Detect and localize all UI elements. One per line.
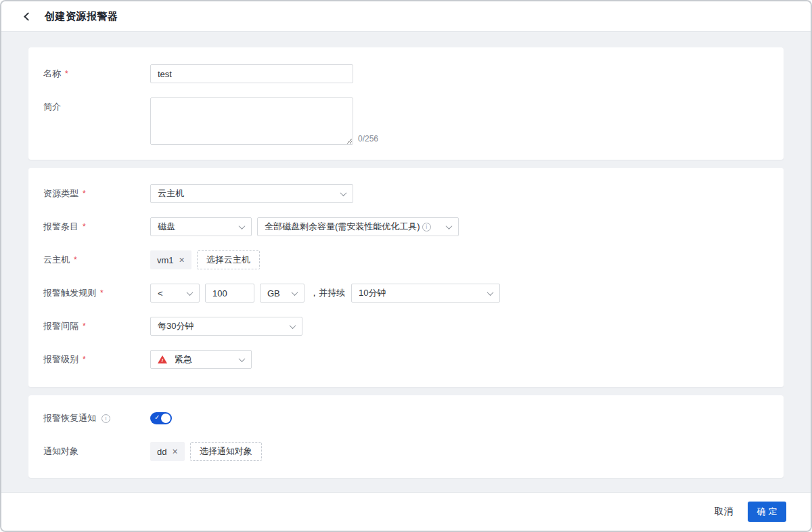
back-button[interactable]: [22, 10, 34, 22]
vm-label: 云主机: [43, 250, 70, 269]
recovery-notify-label: 报警恢复通知: [43, 409, 96, 428]
notification-card: 报警恢复通知 i ✓ 通知对象 dd × 选择通知对象: [28, 395, 784, 478]
required-mark: *: [83, 350, 86, 369]
trigger-rule-row: 报警触发规则 * < GB ，并持续 10分钟: [43, 284, 769, 303]
alarm-item-label: 报警条目: [43, 217, 78, 236]
name-input[interactable]: [150, 64, 353, 83]
recovery-toggle[interactable]: ✓: [150, 412, 172, 424]
info-icon: i: [102, 414, 110, 423]
resource-type-label: 资源类型: [43, 184, 78, 203]
chevron-down-icon: [187, 289, 194, 296]
remove-icon[interactable]: ×: [172, 447, 177, 456]
notify-target-row: 通知对象 dd × 选择通知对象: [43, 442, 769, 461]
chevron-down-icon: [292, 289, 298, 296]
level-select[interactable]: ! 紧急: [150, 350, 252, 369]
page-title: 创建资源报警器: [45, 10, 118, 23]
chevron-down-icon: [340, 190, 347, 196]
alarm-config-card: 资源类型 * 云主机 报警条目 * 磁盘: [28, 168, 784, 387]
alarm-item-category-select[interactable]: 磁盘: [150, 217, 252, 236]
required-mark: *: [100, 284, 104, 303]
notify-target-label: 通知对象: [43, 442, 78, 461]
chevron-down-icon: [290, 322, 296, 329]
chevron-down-icon: [239, 355, 246, 362]
operator-select[interactable]: <: [150, 284, 200, 303]
select-vm-button[interactable]: 选择云主机: [197, 250, 260, 269]
remove-icon[interactable]: ×: [179, 255, 185, 265]
resource-type-row: 资源类型 * 云主机: [43, 184, 769, 203]
interval-row: 报警间隔 * 每30分钟: [43, 317, 769, 336]
create-alarm-window: 创建资源报警器 名称 * 简介 0/256: [0, 0, 812, 532]
duration-select[interactable]: 10分钟: [351, 284, 500, 303]
check-icon: ✓: [154, 414, 160, 421]
unit-select[interactable]: GB: [260, 284, 304, 303]
notify-target-tag: dd ×: [150, 442, 185, 461]
trigger-rule-label: 报警触发规则: [43, 284, 96, 303]
confirm-button[interactable]: 确定: [748, 502, 786, 522]
chevron-down-icon: [446, 223, 453, 229]
name-row: 名称 *: [43, 64, 769, 83]
warning-triangle-icon: !: [158, 355, 167, 363]
page-header: 创建资源报警器: [1, 1, 811, 32]
chevron-left-icon: [24, 12, 32, 21]
description-row: 简介 0/256: [43, 97, 769, 145]
description-textarea[interactable]: [150, 97, 353, 145]
interval-label: 报警间隔: [43, 317, 78, 336]
duration-prefix-text: ，并持续: [310, 284, 345, 303]
info-icon: i: [422, 223, 431, 231]
alarm-item-metric-select[interactable]: 全部磁盘剩余容量(需安装性能优化工具) i: [257, 217, 459, 236]
recovery-notify-row: 报警恢复通知 i ✓: [43, 409, 769, 428]
alarm-item-row: 报警条目 * 磁盘 全部磁盘剩余容量(需安装性能优化工具) i: [43, 217, 769, 236]
chevron-down-icon: [239, 223, 246, 229]
description-label: 简介: [43, 97, 61, 116]
footer-bar: 取消 确定: [1, 492, 811, 531]
required-mark: *: [65, 64, 68, 83]
char-counter: 0/256: [358, 134, 378, 145]
level-row: 报警级别 * ! 紧急: [43, 350, 769, 369]
chevron-down-icon: [487, 289, 494, 296]
name-label: 名称: [43, 64, 61, 83]
resource-type-select[interactable]: 云主机: [150, 184, 353, 203]
required-mark: *: [83, 317, 86, 336]
vm-tag: vm1 ×: [150, 250, 191, 269]
interval-select[interactable]: 每30分钟: [150, 317, 302, 336]
basic-info-card: 名称 * 简介 0/256: [28, 47, 784, 160]
toggle-knob: [161, 414, 171, 423]
vm-row: 云主机 * vm1 × 选择云主机: [43, 250, 769, 269]
level-label: 报警级别: [43, 350, 78, 369]
threshold-input[interactable]: [205, 284, 254, 303]
select-notify-target-button[interactable]: 选择通知对象: [190, 442, 262, 461]
form-body: 名称 * 简介 0/256 资源类型 *: [1, 32, 811, 492]
required-mark: *: [74, 250, 77, 269]
cancel-button[interactable]: 取消: [715, 506, 733, 518]
required-mark: *: [83, 184, 86, 203]
required-mark: *: [83, 217, 86, 236]
